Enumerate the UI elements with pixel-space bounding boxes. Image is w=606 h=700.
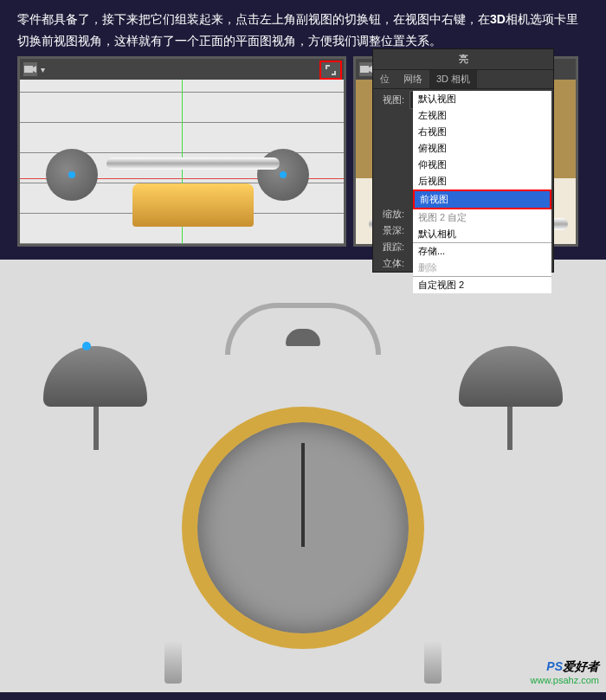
pivot-dot xyxy=(280,171,287,178)
track-label: 跟踪: xyxy=(378,241,404,254)
bell-object-right[interactable] xyxy=(257,149,309,201)
context-tabs: 位 网络 3D 相机 xyxy=(373,70,553,89)
context-menu-panel: 亮 位 网络 3D 相机 视图: 自定视图 2 ▾ 默认视图 左视图 右视图 俯… xyxy=(372,48,554,273)
dropdown-chevron-icon[interactable]: ▾ xyxy=(41,65,45,74)
clock-face-ring xyxy=(182,407,424,649)
watermark-url: www.psahz.com xyxy=(531,675,599,685)
option-delete[interactable]: 删除 xyxy=(413,260,551,276)
viewport-toolbar: ▾ xyxy=(20,59,344,80)
clock-bell-left xyxy=(43,346,147,407)
instruction-part1: 零件都具备了，接下来把它们组装起来，点击左上角副视图的切换钮，在视图中右键，在 xyxy=(17,12,490,26)
option-right[interactable]: 右视图 xyxy=(413,124,551,140)
clock-knob xyxy=(286,329,320,346)
option-default[interactable]: 默认视图 xyxy=(413,91,551,107)
svg-rect-0 xyxy=(24,66,33,73)
pivot-dot xyxy=(68,171,75,178)
bell-object-left[interactable] xyxy=(46,149,98,201)
option-front-highlighted[interactable]: 前视图 xyxy=(413,189,551,209)
watermark-brand: PS爱好者 xyxy=(531,659,599,675)
tab-position[interactable]: 位 xyxy=(373,70,396,88)
option-back[interactable]: 后视图 xyxy=(413,173,551,189)
handle-bar-object[interactable] xyxy=(106,157,280,170)
swap-icon xyxy=(324,63,338,77)
grid-viewport[interactable] xyxy=(20,80,344,244)
instruction-accent: 3D xyxy=(490,12,506,26)
svg-rect-2 xyxy=(360,66,369,73)
view-label: 视图: xyxy=(378,93,404,106)
stereo-label: 立体: xyxy=(378,257,404,270)
option-bottom[interactable]: 仰视图 xyxy=(413,157,551,173)
camera-icon[interactable] xyxy=(359,62,373,76)
svg-marker-1 xyxy=(33,66,36,73)
render-preview: PS爱好者 www.psahz.com xyxy=(0,260,606,692)
depth-label: 景深: xyxy=(378,224,404,237)
ring-object[interactable] xyxy=(132,183,254,227)
option-view2[interactable]: 视图 2 自定 xyxy=(413,209,551,226)
tab-mesh[interactable]: 网络 xyxy=(396,70,429,88)
viewport-left[interactable]: ▾ xyxy=(17,56,346,247)
clock-leg-left xyxy=(164,640,182,684)
option-left[interactable]: 左视图 xyxy=(413,107,551,124)
pivot-indicator xyxy=(82,342,91,350)
tab-3d-camera[interactable]: 3D 相机 xyxy=(429,70,477,88)
clock-bell-right xyxy=(459,346,563,407)
viewport-swap-button[interactable] xyxy=(319,61,342,80)
option-save[interactable]: 存储... xyxy=(413,242,551,260)
context-title: 亮 xyxy=(373,49,553,70)
option-default-camera[interactable]: 默认相机 xyxy=(413,226,551,242)
watermark-ps: PS xyxy=(546,659,563,673)
option-top[interactable]: 俯视图 xyxy=(413,140,551,157)
watermark: PS爱好者 www.psahz.com xyxy=(531,659,599,685)
camera-icon[interactable] xyxy=(23,62,37,76)
bell-stem-left xyxy=(93,407,99,450)
watermark-cn: 爱好者 xyxy=(563,659,599,673)
zoom-label: 缩放: xyxy=(378,208,404,221)
view-dropdown-list: 默认视图 左视图 右视图 俯视图 仰视图 后视图 前视图 视图 2 自定 默认相… xyxy=(413,91,551,293)
clock-leg-right xyxy=(424,640,442,684)
bell-stem-right xyxy=(507,407,513,450)
option-custom2[interactable]: 自定视图 2 xyxy=(413,276,551,293)
